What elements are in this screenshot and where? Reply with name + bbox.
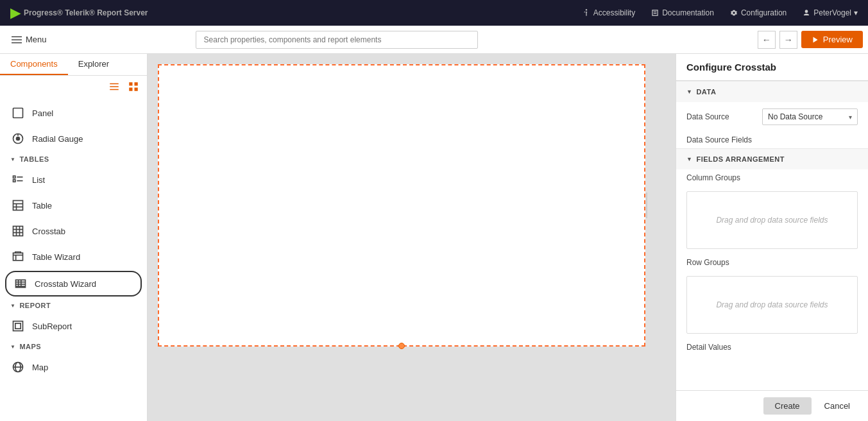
component-item-list[interactable]: List bbox=[0, 167, 147, 193]
documentation-link[interactable]: Documentation bbox=[651, 8, 714, 17]
brand-logo: ▶ Progress® Telerik® Report Server bbox=[10, 5, 148, 21]
right-panel-footer: Create Cancel bbox=[676, 390, 868, 421]
list-view-button[interactable] bbox=[106, 80, 123, 96]
column-groups-label: Column Groups bbox=[676, 169, 868, 186]
row-groups-drop-zone[interactable]: Drag and drop data source fields bbox=[686, 276, 858, 334]
back-button[interactable]: ← bbox=[758, 31, 776, 49]
user-menu[interactable]: PeterVogel ▾ bbox=[802, 8, 858, 17]
component-view-toolbar bbox=[0, 76, 147, 100]
report-collapse-icon: ▼ bbox=[10, 303, 15, 309]
table-icon bbox=[10, 198, 26, 213]
right-panel-content: ▼ DATA Data Source No Data Source ▾ Data… bbox=[676, 81, 868, 390]
list-icon bbox=[10, 172, 26, 187]
main-area: Components Explorer Panel bbox=[0, 54, 868, 421]
canvas-area bbox=[148, 54, 676, 421]
detail-values-label: Detail Values bbox=[676, 339, 868, 356]
right-panel: Configure Crosstab ▼ DATA Data Source No… bbox=[676, 54, 868, 421]
svg-marker-4 bbox=[813, 37, 817, 42]
section-tables: ▼ TABLES bbox=[0, 151, 147, 167]
svg-rect-8 bbox=[129, 82, 132, 85]
subreport-icon bbox=[10, 318, 26, 334]
svg-rect-12 bbox=[13, 108, 23, 118]
svg-rect-29 bbox=[13, 253, 23, 261]
svg-rect-39 bbox=[15, 323, 21, 329]
tab-components[interactable]: Components bbox=[0, 54, 68, 75]
canvas-bottom-handle[interactable] bbox=[398, 343, 405, 349]
component-item-crosstab[interactable]: Crosstab bbox=[0, 218, 147, 244]
map-icon bbox=[10, 359, 26, 375]
svg-rect-18 bbox=[13, 180, 15, 182]
canvas-resize-handle[interactable] bbox=[646, 193, 647, 218]
component-item-crosstab-wizard[interactable]: Crosstab Wizard bbox=[5, 271, 142, 296]
svg-rect-38 bbox=[13, 322, 23, 331]
component-item-panel[interactable]: Panel bbox=[0, 100, 147, 126]
section-report: ▼ REPORT bbox=[0, 298, 147, 313]
dropdown-arrow-icon: ▾ bbox=[849, 114, 852, 121]
svg-rect-3 bbox=[12, 42, 22, 43]
column-groups-drop-zone[interactable]: Drag and drop data source fields bbox=[686, 191, 858, 249]
forward-button[interactable]: → bbox=[779, 31, 797, 49]
component-item-radial-gauge[interactable]: Radial Gauge bbox=[0, 126, 147, 151]
svg-rect-24 bbox=[13, 227, 23, 236]
svg-rect-2 bbox=[12, 39, 22, 40]
svg-rect-20 bbox=[13, 201, 23, 210]
configure-crosstab-title: Configure Crosstab bbox=[676, 54, 868, 81]
configuration-link[interactable]: Configuration bbox=[729, 8, 787, 17]
user-icon bbox=[802, 8, 811, 17]
data-source-select[interactable]: No Data Source ▾ bbox=[762, 108, 858, 125]
svg-rect-7 bbox=[110, 89, 119, 90]
component-list: Panel Radial Gauge ▼ TABLES List bbox=[0, 100, 147, 421]
list-view-icon bbox=[108, 81, 120, 92]
grid-view-button[interactable] bbox=[125, 80, 142, 96]
left-panel: Components Explorer Panel bbox=[0, 54, 148, 421]
grid-view-icon bbox=[128, 81, 139, 92]
svg-rect-5 bbox=[110, 83, 119, 85]
rp-section-data[interactable]: ▼ DATA bbox=[676, 81, 868, 102]
svg-rect-11 bbox=[135, 88, 138, 91]
data-source-fields-label: Data Source Fields bbox=[676, 132, 868, 148]
row-groups-label: Row Groups bbox=[676, 254, 868, 271]
preview-button[interactable]: Preview bbox=[801, 31, 863, 48]
radial-gauge-icon bbox=[10, 131, 26, 146]
top-nav-links: Accessibility Documentation Configuratio… bbox=[582, 8, 858, 17]
component-item-table-wizard[interactable]: Table Wizard bbox=[0, 244, 147, 270]
component-item-map[interactable]: Map bbox=[0, 354, 147, 380]
search-input[interactable] bbox=[196, 31, 478, 49]
component-item-subreport[interactable]: SubReport bbox=[0, 313, 147, 339]
report-canvas[interactable] bbox=[158, 64, 645, 347]
crosstab-icon bbox=[10, 223, 26, 239]
crosstab-wizard-icon bbox=[13, 276, 28, 291]
component-item-table[interactable]: Table bbox=[0, 193, 147, 218]
fields-arrangement-collapse-icon: ▼ bbox=[686, 156, 692, 162]
cancel-button[interactable]: Cancel bbox=[817, 397, 858, 415]
svg-point-14 bbox=[17, 137, 20, 141]
tables-collapse-icon: ▼ bbox=[10, 157, 15, 162]
svg-rect-9 bbox=[135, 82, 138, 85]
rp-section-fields-arrangement[interactable]: ▼ FIELDS ARRANGEMENT bbox=[676, 148, 868, 169]
main-toolbar: Menu ← → Preview bbox=[0, 26, 868, 54]
panel-icon bbox=[10, 105, 26, 121]
gear-icon bbox=[729, 8, 738, 17]
svg-point-0 bbox=[586, 9, 587, 10]
documentation-icon bbox=[651, 8, 660, 17]
progress-logo-icon: ▶ bbox=[10, 5, 20, 21]
hamburger-icon bbox=[12, 35, 22, 45]
menu-button[interactable]: Menu bbox=[5, 31, 53, 49]
create-button[interactable]: Create bbox=[763, 397, 812, 415]
section-maps: ▼ MAPS bbox=[0, 339, 147, 354]
left-panel-tabs: Components Explorer bbox=[0, 54, 147, 76]
accessibility-icon bbox=[582, 8, 591, 17]
svg-rect-16 bbox=[13, 176, 15, 178]
play-icon bbox=[812, 36, 819, 44]
svg-rect-1 bbox=[12, 36, 22, 37]
svg-rect-6 bbox=[110, 86, 119, 87]
table-wizard-icon bbox=[10, 249, 26, 264]
svg-rect-10 bbox=[129, 88, 132, 91]
search-bar bbox=[196, 31, 478, 49]
tab-explorer[interactable]: Explorer bbox=[68, 54, 119, 75]
data-source-label: Data Source bbox=[686, 112, 757, 121]
top-navigation: ▶ Progress® Telerik® Report Server Acces… bbox=[0, 0, 868, 26]
data-source-control: No Data Source ▾ bbox=[762, 108, 858, 125]
toolbar-right: ← → Preview bbox=[758, 31, 863, 49]
accessibility-link[interactable]: Accessibility bbox=[582, 8, 635, 17]
